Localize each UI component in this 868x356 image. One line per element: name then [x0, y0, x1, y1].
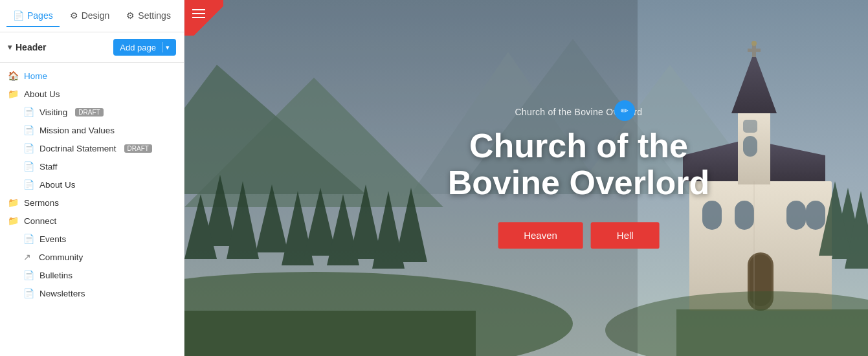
settings-icon: ⚙: [126, 10, 135, 21]
hamburger-icon: [192, 9, 205, 18]
page-icon-7: 📄: [23, 270, 34, 280]
page-icon-4: 📄: [23, 161, 34, 172]
left-panel: 📄 Pages ⚙ Design ⚙ Settings ▾ Header Add…: [0, 0, 184, 356]
tab-settings[interactable]: ⚙ Settings: [120, 5, 177, 27]
tab-pages[interactable]: 📄 Pages: [6, 5, 60, 27]
nav-label-connect: Connect: [24, 216, 56, 226]
header-label: Header: [16, 42, 46, 52]
nav-label-about-us-page: About Us: [39, 180, 76, 190]
nav-item-bulletins[interactable]: 📄 Bulletins: [0, 266, 184, 284]
nav-label-mission-values: Mission and Values: [39, 126, 115, 135]
svg-rect-28: [806, 201, 825, 230]
nav-item-events[interactable]: 📄 Events: [0, 230, 184, 248]
nav-label-about-us-group: About Us: [24, 89, 60, 99]
svg-rect-38: [676, 309, 868, 356]
add-page-button[interactable]: Add page ▾: [113, 39, 176, 56]
add-page-label: Add page: [120, 43, 160, 52]
chevron-down-icon: ▾: [8, 43, 12, 52]
tab-settings-label: Settings: [138, 10, 171, 21]
nav-item-community[interactable]: ↗ Community: [0, 248, 184, 266]
edit-button[interactable]: ✏: [614, 100, 635, 121]
panel-header-left[interactable]: ▾ Header: [8, 42, 46, 52]
heaven-button[interactable]: Heaven: [498, 223, 583, 249]
tab-design-label: Design: [82, 10, 110, 21]
tab-design[interactable]: ⚙ Design: [63, 5, 117, 27]
draft-badge-doctrinal: DRAFT: [124, 144, 152, 153]
nav-item-newsletters[interactable]: 📄 Newsletters: [0, 284, 184, 302]
tab-pages-label: Pages: [27, 10, 53, 21]
pages-icon: 📄: [13, 10, 24, 21]
hero-buttons: Heaven Hell: [448, 223, 710, 249]
dropdown-arrow-icon: ▾: [166, 43, 170, 52]
svg-rect-23: [748, 49, 761, 52]
page-icon-2: 📄: [23, 125, 34, 135]
nav-label-community: Community: [39, 252, 83, 262]
external-link-icon: ↗: [23, 252, 34, 262]
svg-point-24: [751, 41, 757, 46]
hero-subtitle: Church of the Bovine Overlord: [448, 107, 710, 117]
svg-rect-27: [786, 201, 806, 230]
pencil-icon: ✏: [621, 106, 629, 116]
hero-content: Church of the Bovine Overlord Church of …: [448, 107, 710, 249]
svg-rect-26: [735, 201, 754, 230]
panel-header: ▾ Header Add page ▾: [0, 32, 184, 63]
svg-rect-29: [743, 136, 757, 157]
nav-label-sermons: Sermons: [24, 198, 59, 208]
button-divider: [162, 42, 163, 52]
hell-button[interactable]: Hell: [591, 223, 660, 249]
nav-item-sermons[interactable]: 📁 Sermons: [0, 194, 184, 212]
page-icon-6: 📄: [23, 234, 34, 244]
nav-item-connect[interactable]: 📁 Connect: [0, 212, 184, 230]
page-icon: 📄: [23, 107, 34, 117]
nav-label-doctrinal-statement: Doctrinal Statement: [39, 144, 117, 153]
nav-item-about-us-page[interactable]: 📄 About Us: [0, 175, 184, 194]
nav-item-staff[interactable]: 📄 Staff: [0, 157, 184, 175]
folder-icon-3: 📁: [8, 216, 19, 226]
nav-label-home: Home: [24, 71, 47, 81]
nav-item-doctrinal-statement[interactable]: 📄 Doctrinal Statement DRAFT: [0, 139, 184, 157]
hamburger-menu-button[interactable]: [184, 0, 223, 36]
svg-rect-30: [743, 120, 757, 133]
nav-label-bulletins: Bulletins: [39, 271, 72, 280]
page-icon-8: 📄: [23, 288, 34, 298]
nav-label-visiting: Visiting: [39, 107, 67, 117]
nav-label-staff: Staff: [39, 162, 58, 172]
home-icon: 🏠: [8, 71, 19, 81]
nav-item-home[interactable]: 🏠 Home: [0, 67, 184, 85]
folder-icon-2: 📁: [8, 197, 19, 208]
right-panel: ✏ Church of the Bovine Overlord Church o…: [184, 0, 868, 356]
hero-background: ✏ Church of the Bovine Overlord Church o…: [184, 0, 868, 356]
nav-label-newsletters: Newsletters: [39, 289, 85, 298]
tab-bar: 📄 Pages ⚙ Design ⚙ Settings: [0, 0, 184, 32]
folder-icon: 📁: [8, 89, 19, 99]
nav-item-about-us-group[interactable]: 📁 About Us: [0, 85, 184, 103]
nav-label-events: Events: [39, 234, 66, 244]
hero-title: Church of theBovine Overlord: [448, 128, 710, 201]
nav-tree: 🏠 Home 📁 About Us 📄 Visiting DRAFT 📄 Mis…: [0, 63, 184, 356]
page-icon-3: 📄: [23, 143, 34, 153]
design-icon: ⚙: [70, 10, 78, 21]
nav-item-mission-values[interactable]: 📄 Mission and Values: [0, 121, 184, 139]
nav-item-visiting[interactable]: 📄 Visiting DRAFT: [0, 103, 184, 121]
draft-badge-visiting: DRAFT: [75, 108, 103, 117]
page-icon-5: 📄: [23, 179, 34, 190]
